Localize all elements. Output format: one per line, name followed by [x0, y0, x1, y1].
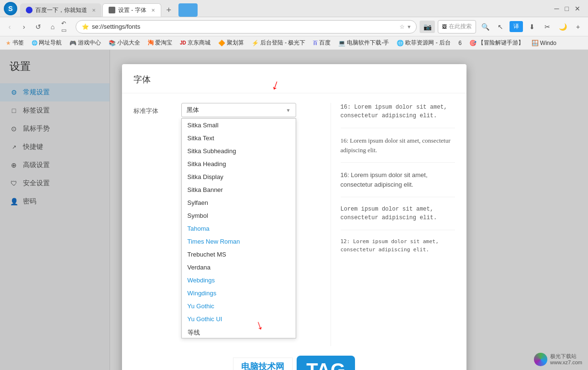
tabs-area: 百度一下，你就知道 ✕ 设置 - 字体 ✕ + — [20, 0, 548, 17]
standard-font-select-btn[interactable]: 黑体 ▼ — [181, 103, 296, 117]
address-text: se://settings/fonts — [92, 23, 397, 30]
font-item-sitka-small[interactable]: Sitka Small — [182, 119, 296, 132]
font-item-tahoma[interactable]: Tahoma — [182, 222, 296, 235]
preview-section-3: Lorem ipsum dolor sit amet, consectetur … — [341, 205, 455, 230]
share-btn[interactable]: ✂ — [541, 21, 554, 33]
font-item-yu-gothic-ui[interactable]: Yu Gothic UI — [182, 313, 296, 325]
browser-logo: S — [4, 2, 17, 15]
font-item-sylfaen[interactable]: Sylfaen — [182, 196, 296, 209]
maximize-button[interactable]: □ — [565, 5, 569, 12]
bookmark-aurora-label: 后台登陆 - 极光下 — [260, 39, 306, 47]
preview-text-2: 16: Lorem ipsum dolor sit amet, consecte… — [341, 170, 455, 189]
bookmark-aurora[interactable]: ⚡ 后台登陆 - 极光下 — [250, 38, 308, 48]
translate-button[interactable]: 译 — [510, 21, 523, 32]
font-item-verdana[interactable]: Verdana — [182, 261, 296, 274]
font-dropdown[interactable]: Sitka Small Sitka Text Sitka Subheading … — [181, 118, 296, 338]
preview-section-0: 16: Lorem ipsum dolor sit amet, consecte… — [341, 103, 455, 128]
back-button[interactable]: ‹ — [4, 21, 15, 33]
font-settings-left: 标准字体 ↓ 黑体 ▼ Sitka Small — [133, 103, 321, 346]
tab-settings-label: 设置 - 字体 — [118, 6, 146, 14]
dropdown-icon[interactable]: ▾ — [408, 23, 410, 30]
search-submit-btn[interactable]: 🔍 — [479, 21, 491, 33]
search-placeholder: 在此搜索 — [449, 22, 472, 31]
browser-window: S 百度一下，你就知道 ✕ 设置 - 字体 ✕ + ─ □ ✕ ‹ › ↺ ⌂ … — [0, 0, 588, 370]
tab-settings-close[interactable]: ✕ — [151, 8, 155, 13]
bookmark-baidu-label: 百度 — [319, 39, 331, 47]
screenshot-btn[interactable]: 📷 — [420, 21, 435, 33]
six-icon: 6 — [458, 40, 462, 46]
font-item-trebuchet[interactable]: Trebuchet MS — [182, 248, 296, 261]
dialog-body: 标准字体 ↓ 黑体 ▼ Sitka Small — [122, 93, 466, 356]
font-item-yu-gothic[interactable]: Yu Gothic — [182, 300, 296, 313]
tab-baidu[interactable]: 百度一下，你就知道 ✕ — [20, 3, 101, 17]
oufei-icon: 🌐 — [397, 40, 404, 46]
aurora-icon: ⚡ — [252, 40, 259, 46]
jd-icon: JD — [180, 40, 186, 45]
font-item-sitka-heading[interactable]: Sitka Heading — [182, 157, 296, 170]
bookmark-oufei[interactable]: 🌐 欧菲资源网 - 后台 — [395, 38, 453, 48]
new-tab-button[interactable]: + — [162, 3, 176, 17]
close-button[interactable]: ✕ — [575, 5, 580, 12]
minimize-button[interactable]: ─ — [555, 5, 559, 12]
night-mode-btn[interactable]: 🌙 — [556, 21, 569, 33]
home-button[interactable]: ⌂ — [47, 21, 58, 33]
bookmark-taobao-label: 爱淘宝 — [155, 39, 172, 47]
watermark-text-container: 电脑技术网 www.tagxp.com — [233, 358, 293, 370]
baidu-favicon — [26, 7, 33, 13]
download-site-name: 极光下载站 — [550, 353, 582, 359]
bookmark-adventure-label: 【冒险解谜手游】 — [478, 39, 524, 47]
menu-plus-btn[interactable]: + — [572, 21, 584, 33]
bookmark-star[interactable]: ★ 书签 — [4, 38, 26, 48]
nav-icon: 🌐 — [32, 40, 37, 45]
settings-favicon — [109, 7, 115, 13]
refresh-button[interactable]: ↺ — [33, 21, 44, 33]
standard-font-label: 标准字体 — [133, 103, 181, 115]
font-item-wingdings[interactable]: Wingdings — [182, 287, 296, 300]
games-icon: 🎮 — [69, 40, 77, 46]
cursor-btn[interactable]: ↖ — [494, 21, 507, 33]
font-preview-right: 16: Lorem ipsum dolor sit amet, consecte… — [331, 103, 455, 346]
bookmark-6[interactable]: 6 — [456, 39, 464, 47]
windows-icon: 🪟 — [532, 40, 539, 46]
bookmark-nav[interactable]: 🌐 网址导航 — [30, 38, 64, 48]
font-item-sitka-display[interactable]: Sitka Display — [182, 170, 296, 183]
bookmark-novels[interactable]: 📚 小说大全 — [107, 38, 142, 48]
bookmark-jd[interactable]: JD 京东商城 — [178, 38, 212, 48]
bookmark-juhua-label: 聚划算 — [227, 39, 244, 47]
bookmark-oufei-label: 欧菲资源网 - 后台 — [405, 39, 451, 47]
dialog-title: 字体 — [122, 64, 466, 93]
bookmark-icon[interactable]: ☆ — [399, 23, 405, 30]
bookmark-windows[interactable]: 🪟 Windo — [530, 39, 558, 47]
search-box[interactable]: 🖼 在此搜索 — [438, 20, 476, 34]
bookmark-software[interactable]: 💻 电脑软件下载-手 — [336, 38, 391, 48]
tab-settings[interactable]: 设置 - 字体 ✕ — [102, 3, 161, 17]
font-item-sitka-subheading[interactable]: Sitka Subheading — [182, 145, 296, 157]
preview-section-2: 16: Lorem ipsum dolor sit amet, consecte… — [341, 170, 455, 197]
download-watermark: 极光下载站 www.xz7.com — [534, 353, 582, 366]
bookmark-jd-label: 京东商城 — [188, 39, 211, 47]
font-item-dengxian[interactable]: 等线 — [182, 325, 296, 338]
download-logo — [534, 353, 547, 366]
font-item-times-new-roman[interactable]: Times New Roman — [182, 235, 296, 248]
standard-font-row: 标准字体 ↓ 黑体 ▼ Sitka Small — [133, 103, 321, 338]
bookmark-taobao[interactable]: 淘 爱淘宝 — [146, 38, 174, 48]
preview-text-0: 16: Lorem ipsum dolor sit amet, consecte… — [341, 103, 455, 120]
address-icon: ⭐ — [82, 23, 89, 30]
font-item-symbol[interactable]: Symbol — [182, 209, 296, 222]
bookmark-games[interactable]: 🎮 游戏中心 — [67, 38, 103, 48]
nav-bar: ‹ › ↺ ⌂ ↶ ▭ ⭐ se://settings/fonts ☆ ▾ 📷 … — [0, 17, 588, 36]
bookmark-juhua[interactable]: 🔶 聚划算 — [216, 38, 246, 48]
download-btn[interactable]: ⬇ — [526, 21, 538, 33]
font-item-webdings[interactable]: Webdings — [182, 274, 296, 287]
preview-text-3: Lorem ipsum dolor sit amet, consectetur … — [341, 205, 455, 222]
bookmark-baidu[interactable]: 百 百度 — [311, 38, 333, 48]
star-icon: ★ — [6, 40, 11, 46]
baidu-icon: 百 — [313, 40, 318, 46]
font-item-sitka-banner[interactable]: Sitka Banner — [182, 183, 296, 196]
font-item-sitka-text[interactable]: Sitka Text — [182, 132, 296, 145]
undo-button[interactable]: ↶ ▭ — [61, 21, 73, 33]
forward-button[interactable]: › — [18, 21, 30, 33]
bookmark-adventure[interactable]: 🎯 【冒险解谜手游】 — [467, 38, 526, 48]
tab-baidu-close[interactable]: ✕ — [92, 8, 96, 13]
address-bar[interactable]: ⭐ se://settings/fonts ☆ ▾ — [76, 20, 417, 34]
